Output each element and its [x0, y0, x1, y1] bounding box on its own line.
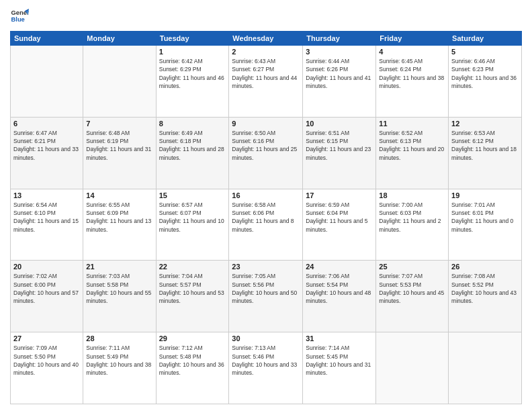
day-number: 23	[232, 263, 300, 271]
logo-icon: General Blue	[10, 7, 29, 26]
day-number: 24	[306, 263, 373, 271]
day-number: 25	[379, 263, 445, 271]
day-number: 20	[13, 263, 80, 271]
day-info: Sunrise: 7:13 AM Sunset: 5:46 PM Dayligh…	[232, 344, 300, 377]
calendar-week-row: 27Sunrise: 7:09 AM Sunset: 5:50 PM Dayli…	[11, 332, 522, 404]
calendar-cell: 4Sunrise: 6:45 AM Sunset: 6:24 PM Daylig…	[376, 46, 449, 118]
day-number: 3	[306, 48, 373, 56]
day-number: 5	[451, 48, 519, 56]
day-info: Sunrise: 6:52 AM Sunset: 6:13 PM Dayligh…	[379, 129, 445, 162]
day-info: Sunrise: 7:04 AM Sunset: 5:57 PM Dayligh…	[159, 272, 226, 305]
weekday-header-row: SundayMondayTuesdayWednesdayThursdayFrid…	[11, 32, 522, 46]
calendar-cell: 13Sunrise: 6:54 AM Sunset: 6:10 PM Dayli…	[11, 189, 83, 261]
day-number: 9	[232, 120, 300, 128]
day-number: 6	[13, 120, 80, 128]
day-number: 14	[86, 191, 152, 199]
day-number: 8	[159, 120, 226, 128]
calendar-cell: 23Sunrise: 7:05 AM Sunset: 5:56 PM Dayli…	[229, 261, 303, 332]
calendar-week-row: 13Sunrise: 6:54 AM Sunset: 6:10 PM Dayli…	[11, 189, 522, 261]
day-number: 18	[379, 191, 445, 199]
calendar-cell	[376, 332, 449, 404]
day-info: Sunrise: 6:49 AM Sunset: 6:18 PM Dayligh…	[159, 129, 226, 162]
day-number: 29	[159, 334, 226, 342]
calendar-cell: 29Sunrise: 7:12 AM Sunset: 5:48 PM Dayli…	[156, 332, 229, 404]
calendar-cell: 11Sunrise: 6:52 AM Sunset: 6:13 PM Dayli…	[376, 117, 449, 189]
day-info: Sunrise: 6:47 AM Sunset: 6:21 PM Dayligh…	[13, 129, 80, 162]
calendar-table: SundayMondayTuesdayWednesdayThursdayFrid…	[10, 31, 522, 404]
calendar-cell: 1Sunrise: 6:42 AM Sunset: 6:29 PM Daylig…	[156, 46, 229, 118]
calendar-cell: 17Sunrise: 6:59 AM Sunset: 6:04 PM Dayli…	[303, 189, 376, 261]
calendar-cell: 24Sunrise: 7:06 AM Sunset: 5:54 PM Dayli…	[303, 261, 376, 332]
calendar-cell: 21Sunrise: 7:03 AM Sunset: 5:58 PM Dayli…	[83, 261, 156, 332]
day-info: Sunrise: 6:55 AM Sunset: 6:09 PM Dayligh…	[86, 201, 152, 234]
calendar-cell	[449, 332, 522, 404]
weekday-header-saturday: Saturday	[449, 32, 522, 46]
calendar-cell: 19Sunrise: 7:01 AM Sunset: 6:01 PM Dayli…	[449, 189, 522, 261]
day-number: 30	[232, 334, 300, 342]
day-info: Sunrise: 7:12 AM Sunset: 5:48 PM Dayligh…	[159, 344, 226, 377]
calendar-week-row: 1Sunrise: 6:42 AM Sunset: 6:29 PM Daylig…	[11, 46, 522, 118]
calendar-cell: 28Sunrise: 7:11 AM Sunset: 5:49 PM Dayli…	[83, 332, 156, 404]
calendar-cell: 10Sunrise: 6:51 AM Sunset: 6:15 PM Dayli…	[303, 117, 376, 189]
calendar-cell: 5Sunrise: 6:46 AM Sunset: 6:23 PM Daylig…	[449, 46, 522, 118]
calendar-cell: 2Sunrise: 6:43 AM Sunset: 6:27 PM Daylig…	[229, 46, 303, 118]
day-info: Sunrise: 6:45 AM Sunset: 6:24 PM Dayligh…	[379, 57, 445, 90]
day-number: 4	[379, 48, 445, 56]
day-number: 1	[159, 48, 226, 56]
day-info: Sunrise: 6:53 AM Sunset: 6:12 PM Dayligh…	[451, 129, 519, 162]
calendar-cell	[11, 46, 83, 118]
calendar-cell: 31Sunrise: 7:14 AM Sunset: 5:45 PM Dayli…	[303, 332, 376, 404]
day-info: Sunrise: 7:02 AM Sunset: 6:00 PM Dayligh…	[13, 272, 80, 305]
svg-text:Blue: Blue	[11, 16, 25, 23]
day-number: 27	[13, 334, 80, 342]
day-info: Sunrise: 6:51 AM Sunset: 6:15 PM Dayligh…	[306, 129, 373, 162]
weekday-header-wednesday: Wednesday	[229, 32, 303, 46]
weekday-header-tuesday: Tuesday	[156, 32, 229, 46]
page: General Blue SundayMondayTuesdayWednesda…	[0, 0, 532, 411]
day-info: Sunrise: 7:08 AM Sunset: 5:52 PM Dayligh…	[451, 272, 519, 305]
calendar-cell: 20Sunrise: 7:02 AM Sunset: 6:00 PM Dayli…	[11, 261, 83, 332]
day-info: Sunrise: 6:54 AM Sunset: 6:10 PM Dayligh…	[13, 201, 80, 234]
calendar-cell: 30Sunrise: 7:13 AM Sunset: 5:46 PM Dayli…	[229, 332, 303, 404]
calendar-cell: 15Sunrise: 6:57 AM Sunset: 6:07 PM Dayli…	[156, 189, 229, 261]
day-info: Sunrise: 7:07 AM Sunset: 5:53 PM Dayligh…	[379, 272, 445, 305]
calendar-cell	[83, 46, 156, 118]
calendar-cell: 8Sunrise: 6:49 AM Sunset: 6:18 PM Daylig…	[156, 117, 229, 189]
day-info: Sunrise: 7:03 AM Sunset: 5:58 PM Dayligh…	[86, 272, 152, 305]
day-info: Sunrise: 6:48 AM Sunset: 6:19 PM Dayligh…	[86, 129, 152, 162]
calendar-cell: 9Sunrise: 6:50 AM Sunset: 6:16 PM Daylig…	[229, 117, 303, 189]
calendar-cell: 16Sunrise: 6:58 AM Sunset: 6:06 PM Dayli…	[229, 189, 303, 261]
day-info: Sunrise: 6:44 AM Sunset: 6:26 PM Dayligh…	[306, 57, 373, 90]
day-number: 10	[306, 120, 373, 128]
day-number: 16	[232, 191, 300, 199]
day-number: 7	[86, 120, 152, 128]
day-info: Sunrise: 7:09 AM Sunset: 5:50 PM Dayligh…	[13, 344, 80, 377]
weekday-header-monday: Monday	[83, 32, 156, 46]
calendar-week-row: 20Sunrise: 7:02 AM Sunset: 6:00 PM Dayli…	[11, 261, 522, 332]
calendar-cell: 14Sunrise: 6:55 AM Sunset: 6:09 PM Dayli…	[83, 189, 156, 261]
day-info: Sunrise: 7:01 AM Sunset: 6:01 PM Dayligh…	[451, 201, 519, 234]
day-number: 11	[379, 120, 445, 128]
day-info: Sunrise: 7:00 AM Sunset: 6:03 PM Dayligh…	[379, 201, 445, 234]
weekday-header-friday: Friday	[376, 32, 449, 46]
day-info: Sunrise: 6:42 AM Sunset: 6:29 PM Dayligh…	[159, 57, 226, 90]
day-info: Sunrise: 6:50 AM Sunset: 6:16 PM Dayligh…	[232, 129, 300, 162]
calendar-cell: 7Sunrise: 6:48 AM Sunset: 6:19 PM Daylig…	[83, 117, 156, 189]
header: General Blue	[10, 7, 522, 26]
day-number: 12	[451, 120, 519, 128]
calendar-cell: 27Sunrise: 7:09 AM Sunset: 5:50 PM Dayli…	[11, 332, 83, 404]
calendar-week-row: 6Sunrise: 6:47 AM Sunset: 6:21 PM Daylig…	[11, 117, 522, 189]
day-number: 28	[86, 334, 152, 342]
day-info: Sunrise: 7:14 AM Sunset: 5:45 PM Dayligh…	[306, 344, 373, 377]
calendar-cell: 22Sunrise: 7:04 AM Sunset: 5:57 PM Dayli…	[156, 261, 229, 332]
calendar-cell: 3Sunrise: 6:44 AM Sunset: 6:26 PM Daylig…	[303, 46, 376, 118]
calendar-cell: 12Sunrise: 6:53 AM Sunset: 6:12 PM Dayli…	[449, 117, 522, 189]
day-info: Sunrise: 6:57 AM Sunset: 6:07 PM Dayligh…	[159, 201, 226, 234]
day-info: Sunrise: 6:58 AM Sunset: 6:06 PM Dayligh…	[232, 201, 300, 234]
day-info: Sunrise: 7:06 AM Sunset: 5:54 PM Dayligh…	[306, 272, 373, 305]
day-number: 15	[159, 191, 226, 199]
day-info: Sunrise: 6:46 AM Sunset: 6:23 PM Dayligh…	[451, 57, 519, 90]
day-number: 13	[13, 191, 80, 199]
calendar-cell: 18Sunrise: 7:00 AM Sunset: 6:03 PM Dayli…	[376, 189, 449, 261]
day-info: Sunrise: 6:59 AM Sunset: 6:04 PM Dayligh…	[306, 201, 373, 234]
